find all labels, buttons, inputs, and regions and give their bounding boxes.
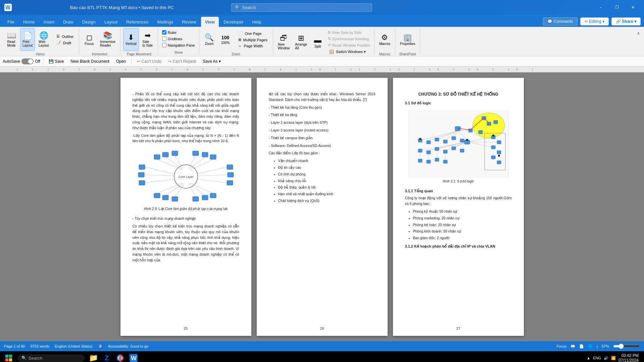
close-button[interactable]: ✕ xyxy=(625,2,641,13)
reset-window-item[interactable]: ↺ Reset Window Position xyxy=(327,42,371,48)
zoom-icon: 🔍 xyxy=(205,34,214,41)
zoom-button[interactable]: 🔍 Zoom xyxy=(202,28,217,51)
taskbar-chrome-icon[interactable] xyxy=(114,352,126,362)
switch-windows-button[interactable]: 🪟 Switch Windows ▾ xyxy=(327,49,371,55)
title-bar: W Báo cáo BTL PTTK Mạng MT.docx • Saved … xyxy=(0,0,644,15)
sync-scroll-icon: ⇅ xyxy=(328,37,331,41)
svg-line-22 xyxy=(157,159,183,170)
redo-button[interactable]: ↪ Can't Repeat xyxy=(165,58,199,65)
svg-rect-59 xyxy=(479,131,483,134)
focus-button[interactable]: ◻ Focus xyxy=(82,28,97,51)
zoom-100-button[interactable]: 100 100% xyxy=(218,28,233,51)
p25-1: - Phần lõi có thể cung cấp kết nối tốc đ… xyxy=(133,91,239,131)
multiple-pages-button[interactable]: ⊞ Multiple Pages xyxy=(236,37,270,43)
immersive-reader-button[interactable]: 📚 ImmersiveReader xyxy=(98,28,117,51)
new-blank-button[interactable]: New Blank Document xyxy=(68,58,112,65)
svg-rect-43 xyxy=(427,141,431,144)
one-page-icon: 📄 xyxy=(238,31,243,36)
tab-file[interactable]: File xyxy=(3,17,18,27)
svg-line-28 xyxy=(145,167,175,174)
open-button[interactable]: Open xyxy=(113,58,129,65)
taskbar-zalo-icon[interactable]: Z xyxy=(101,352,113,362)
p26-6: - Thiết kế campus đơn giản xyxy=(269,135,376,141)
taskbar-word-icon[interactable]: W xyxy=(128,352,140,362)
share-button[interactable]: 🔗 Share ▾ xyxy=(611,17,641,25)
nav-pane-label: Navigation Pane xyxy=(168,43,195,47)
view-side-by-side-item[interactable]: ⧉ View Side by Side xyxy=(327,30,371,35)
svg-rect-14 xyxy=(228,172,234,177)
volume-icon[interactable]: 🔊 xyxy=(604,356,608,360)
p26-8: Các đặc điểm Lớp lõi bao gồm : xyxy=(269,150,376,156)
view-web-btn[interactable]: 🌐 xyxy=(588,344,593,349)
immersive-reader-icon: 📚 xyxy=(103,32,112,39)
ribbon-group-macros: ⚙ Macros Macros xyxy=(376,28,395,55)
gridlines-label: Gridlines xyxy=(168,37,182,41)
tray-up-icon[interactable]: ▲ xyxy=(587,356,590,360)
svg-rect-52 xyxy=(452,147,456,150)
app-icon: W xyxy=(3,3,13,12)
status-right: Focus 📖 📄 🌐 | 57% xyxy=(556,344,640,349)
nav-pane-check[interactable] xyxy=(162,43,166,47)
logic-diagram xyxy=(408,110,509,177)
ruler-check[interactable] xyxy=(162,30,166,35)
start-button[interactable] xyxy=(3,352,15,362)
tab-developer[interactable]: Developer xyxy=(219,17,247,27)
zoom-slider[interactable] xyxy=(613,344,640,349)
vertical-button[interactable]: ⬇ Vertical xyxy=(123,28,139,51)
nav-pane-checkbox[interactable]: Navigation Pane xyxy=(161,42,196,48)
restore-button[interactable]: ❐ xyxy=(609,2,625,13)
outline-button[interactable]: ☰ Outline xyxy=(54,33,76,40)
page-width-button[interactable]: ↔ Page Width xyxy=(236,43,270,49)
staff-4: Phòng kinh doanh: 50 nhân sự xyxy=(413,228,512,234)
macros-button[interactable]: ⚙ Macros xyxy=(377,28,392,51)
network-icon[interactable]: 📶 xyxy=(611,356,616,360)
vertical-icon: ⬇ xyxy=(128,34,134,41)
tab-mailings[interactable]: Mailings xyxy=(153,17,178,27)
ruler-checkbox[interactable]: Ruler xyxy=(161,30,196,35)
undo-button[interactable]: ↩ Can't Undo xyxy=(134,58,164,65)
tab-home[interactable]: Home xyxy=(19,17,39,27)
tab-help[interactable]: Help xyxy=(248,17,265,27)
gridlines-check[interactable] xyxy=(162,37,166,41)
ribbon-collapse-button[interactable]: ∧ xyxy=(637,31,640,36)
new-window-icon: 🗗 xyxy=(280,35,287,42)
side-to-side-button[interactable]: ➡ Sideto Side xyxy=(140,28,155,51)
arrange-all-button[interactable]: ⊞ ArrangeAll xyxy=(293,31,309,54)
save-button[interactable]: 💾 Save xyxy=(46,58,67,65)
properties-button[interactable]: 🏢 Properties xyxy=(398,28,417,51)
comments-button[interactable]: 💬 Comments xyxy=(543,17,577,25)
one-page-button[interactable]: 📄 One Page xyxy=(236,30,270,37)
web-layout-button[interactable]: 🌐 WebLayout xyxy=(36,28,51,51)
split-button[interactable]: ▬ Split xyxy=(310,31,325,54)
print-layout-button[interactable]: 📄 PrintLayout xyxy=(20,28,35,51)
web-layout-icon: 🌐 xyxy=(39,32,48,39)
taskbar-explorer-icon[interactable]: 📁 xyxy=(87,352,99,362)
autosave-switch[interactable] xyxy=(21,58,34,64)
editing-button[interactable]: ✏ Editing ▾ xyxy=(580,17,609,25)
tab-insert[interactable]: Insert xyxy=(40,17,59,27)
minimize-button[interactable]: − xyxy=(593,2,608,13)
section-311: 3.1.1 Tổng quan xyxy=(405,188,512,194)
taskbar-search[interactable]: 🔍 Search xyxy=(17,354,85,362)
new-window-button[interactable]: 🗗 NewWindow xyxy=(276,31,292,54)
svg-rect-7 xyxy=(193,151,199,156)
tab-references[interactable]: References xyxy=(122,17,152,27)
draft-button[interactable]: 📝 Draft xyxy=(54,40,76,46)
tab-view[interactable]: View xyxy=(201,17,219,27)
tab-layout[interactable]: Layout xyxy=(100,17,121,27)
tab-draw[interactable]: Draw xyxy=(59,17,77,27)
view-read-btn[interactable]: 📖 xyxy=(571,344,575,349)
bullet-5: Độ trễ thấp, quản lý tốt xyxy=(278,185,376,190)
save-as-button[interactable]: Save As ▾ xyxy=(200,58,223,65)
tab-design[interactable]: Design xyxy=(78,17,100,27)
title-search-box[interactable]: 🔍 Search xyxy=(231,3,372,12)
gridlines-checkbox[interactable]: Gridlines xyxy=(161,36,196,42)
bullet-2: Độ tin cậy cao xyxy=(278,165,376,170)
read-mode-button[interactable]: 📖 ReadMode xyxy=(4,28,19,51)
doc-page-27: CHƯƠNG 3: SƠ ĐỒ THIẾT KẾ HỆ THỐNG 3.1 Sơ… xyxy=(393,78,524,336)
sync-scrolling-item[interactable]: ⇅ Synchronous Scrolling xyxy=(327,36,371,42)
properties-label: Properties xyxy=(400,42,415,46)
focus-btn[interactable]: Focus xyxy=(556,344,566,348)
view-print-btn[interactable]: 📄 xyxy=(579,344,584,349)
tab-review[interactable]: Review xyxy=(178,17,200,27)
